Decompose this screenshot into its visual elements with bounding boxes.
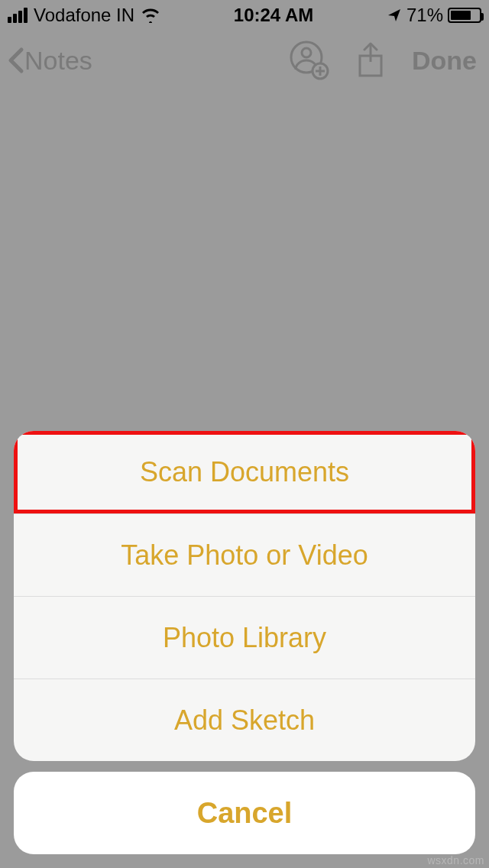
add-sketch-option[interactable]: Add Sketch [14,679,475,761]
add-person-button[interactable] [290,40,329,80]
battery-fill [451,11,471,20]
cancel-button[interactable]: Cancel [14,772,475,854]
battery-pct-label: 71% [406,5,443,26]
option-label: Scan Documents [140,456,349,488]
chevron-left-icon [6,45,26,76]
status-bar: Vodafone IN 10:24 AM 71% [0,0,489,31]
carrier-label: Vodafone IN [34,5,134,26]
done-button[interactable]: Done [412,46,477,76]
wifi-icon [141,8,160,23]
cancel-label: Cancel [197,797,293,830]
share-button[interactable] [355,42,386,79]
option-label: Add Sketch [174,704,315,737]
add-person-icon [290,40,329,80]
svg-point-1 [302,48,311,57]
battery-icon [448,8,481,23]
back-button[interactable]: Notes [6,45,92,76]
share-icon [355,42,386,79]
photo-library-option[interactable]: Photo Library [14,596,475,679]
nav-bar: Notes Done [0,31,489,98]
action-sheet-group: Scan Documents Take Photo or Video Photo… [14,431,475,761]
location-icon [387,8,402,23]
back-label: Notes [24,46,92,76]
cellular-signal-icon [8,8,28,23]
scan-documents-option[interactable]: Scan Documents [14,431,475,513]
action-sheet: Scan Documents Take Photo or Video Photo… [14,431,475,854]
watermark: wsxdn.com [427,854,484,866]
option-label: Take Photo or Video [121,539,368,572]
clock-label: 10:24 AM [234,5,313,26]
option-label: Photo Library [163,622,326,654]
take-photo-video-option[interactable]: Take Photo or Video [14,513,475,596]
